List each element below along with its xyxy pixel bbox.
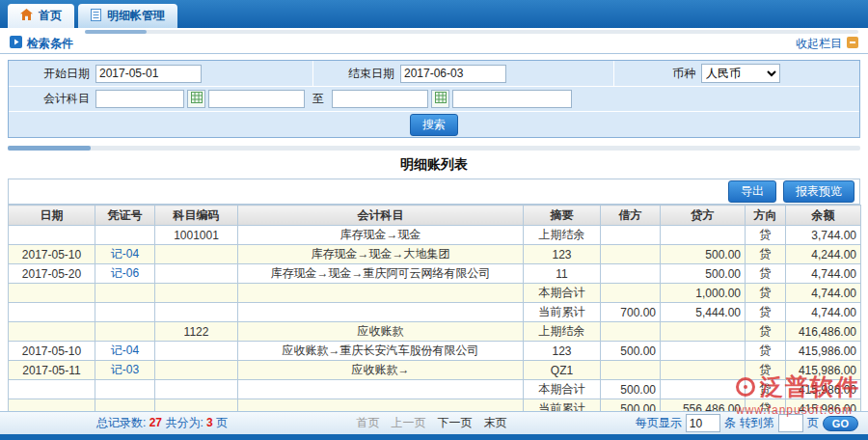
table-row: 本期合计1,000.00贷4,744.00 <box>9 284 861 303</box>
column-header: 贷方 <box>661 206 746 226</box>
table-row: 2017-05-10记-04应收账款→重庆长安汽车股份有限公司123500.00… <box>9 342 861 361</box>
go-button[interactable]: GO <box>823 416 858 431</box>
table-cell <box>9 380 95 399</box>
search-button[interactable]: 搜索 <box>410 114 458 136</box>
table-cell: 1122 <box>155 322 238 342</box>
start-date-input[interactable] <box>95 65 202 83</box>
last-page-link[interactable]: 末页 <box>483 415 506 431</box>
tab-detail-account-label: 明细帐管理 <box>107 8 165 24</box>
voucher-link[interactable]: 记-04 <box>111 344 139 357</box>
horizontal-scrollbar-thumb[interactable] <box>8 146 91 151</box>
table-cell <box>155 380 238 399</box>
table-cell <box>155 303 238 322</box>
subject-code-from-input[interactable] <box>95 90 184 108</box>
column-header: 科目编码 <box>155 206 238 226</box>
table-cell: 1,000.00 <box>661 284 746 303</box>
goto-page-unit: 页 <box>807 415 819 431</box>
subject-to-picker-button[interactable] <box>431 90 449 108</box>
table-cell: 贷 <box>746 284 786 303</box>
collapse-panel-icon <box>847 37 858 51</box>
table-cell: 贷 <box>746 322 786 342</box>
criteria-toolbar: 检索条件 收起栏目 <box>0 28 868 54</box>
calendar-grid-picker-icon <box>191 92 203 106</box>
table-row: 2017-05-20记-06库存现金→现金→重庆阿可云网络有限公司11500.0… <box>9 264 861 284</box>
table-cell: 3,744.00 <box>786 226 861 245</box>
collapse-panel-button[interactable]: 收起栏目 <box>796 36 858 52</box>
prev-page-link[interactable]: 上一页 <box>391 415 425 431</box>
subject-from-picker-button[interactable] <box>187 90 205 108</box>
table-cell: 记-03 <box>95 361 155 380</box>
table-row: 2017-05-10记-04库存现金→现金→大地集团123500.00贷4,24… <box>9 245 861 264</box>
table-cell <box>601 284 661 303</box>
total-pages-unit: 页 <box>216 416 228 429</box>
subject-name-from-input[interactable] <box>208 90 305 108</box>
horizontal-scrollbar-thumb[interactable] <box>85 30 147 34</box>
page-nav: 首页 上一页 下一页 末页 <box>356 415 506 431</box>
table-cell: 贷 <box>746 342 786 361</box>
voucher-link[interactable]: 记-06 <box>111 266 139 280</box>
voucher-link[interactable]: 记-03 <box>111 363 139 376</box>
total-pages-value: 3 <box>206 416 213 429</box>
subject-label: 会计科目 <box>9 91 95 107</box>
table-cell: 415,986.00 <box>786 361 861 380</box>
column-header: 日期 <box>9 206 95 226</box>
table-cell: 本期合计 <box>524 380 601 399</box>
page-title: 明细账列表 <box>0 156 868 174</box>
table-cell: 2017-05-10 <box>9 342 95 361</box>
tab-detail-account[interactable]: 明细帐管理 <box>78 4 177 28</box>
table-cell <box>661 361 746 380</box>
table-cell: 2017-05-11 <box>9 361 95 380</box>
table-cell <box>601 361 661 380</box>
table-cell <box>155 361 238 380</box>
subject-name-to-input[interactable] <box>452 90 572 108</box>
table-cell: 应收账款→重庆长安汽车股份有限公司 <box>238 342 524 361</box>
table-cell: 贷 <box>746 361 786 380</box>
table-cell <box>155 284 238 303</box>
currency-select[interactable]: 人民币 <box>701 64 780 83</box>
table-cell: 4,744.00 <box>786 264 861 284</box>
table-cell: 上期结余 <box>524 226 601 245</box>
table-cell: 500.00 <box>601 342 661 361</box>
table-cell: 贷 <box>746 303 786 322</box>
table-cell: 贷 <box>746 245 786 264</box>
end-date-input[interactable] <box>400 65 506 83</box>
search-criteria-label: 检索条件 <box>27 36 73 52</box>
arrow-right-icon <box>10 36 22 51</box>
search-criteria-toggle[interactable]: 检索条件 <box>10 36 73 52</box>
report-preview-button[interactable]: 报表预览 <box>783 180 854 203</box>
search-panel: 开始日期 结束日期 币种 人民币 会计科目 至 <box>8 60 860 138</box>
table-cell: 415,986.00 <box>786 342 861 361</box>
per-page-input[interactable] <box>686 414 720 432</box>
table-cell: 500.00 <box>661 264 746 284</box>
export-button[interactable]: 导出 <box>728 180 776 203</box>
ledger-table: 日期凭证号科目编码会计科目摘要借方贷方方向余额 1001001库存现金→现金上期… <box>8 205 861 419</box>
table-cell: 415,986.00 <box>786 380 861 399</box>
tab-home-label: 首页 <box>39 8 62 24</box>
total-records-label: 总记录数: <box>96 416 146 429</box>
first-page-link[interactable]: 首页 <box>356 415 379 431</box>
table-cell <box>9 322 95 342</box>
voucher-link[interactable]: 记-04 <box>111 247 139 261</box>
column-header: 会计科目 <box>238 206 524 226</box>
goto-page-input[interactable] <box>778 414 803 432</box>
table-cell <box>155 342 238 361</box>
column-header: 摘要 <box>524 206 601 226</box>
table-cell <box>661 342 746 361</box>
table-cell <box>95 303 155 322</box>
column-header: 方向 <box>746 206 786 226</box>
table-cell <box>9 284 95 303</box>
page-size-controls: 每页显示 条 转到第 页 GO <box>636 414 858 432</box>
table-cell: 记-04 <box>95 342 155 361</box>
horizontal-scrollbar-track <box>85 30 858 34</box>
table-cell: 5,444.00 <box>661 303 746 322</box>
column-header: 借方 <box>601 206 661 226</box>
ledger-table-body: 1001001库存现金→现金上期结余贷3,744.002017-05-10记-0… <box>9 226 861 419</box>
tab-home[interactable]: 首页 <box>8 4 74 28</box>
table-cell: 库存现金→现金→重庆阿可云网络有限公司 <box>238 264 524 284</box>
table-cell: 4,244.00 <box>786 245 861 264</box>
calendar-grid-picker-icon <box>435 92 447 106</box>
subject-code-to-input[interactable] <box>332 90 428 108</box>
column-header: 凭证号 <box>95 206 155 226</box>
table-cell: 500.00 <box>601 380 661 399</box>
next-page-link[interactable]: 下一页 <box>437 415 472 431</box>
